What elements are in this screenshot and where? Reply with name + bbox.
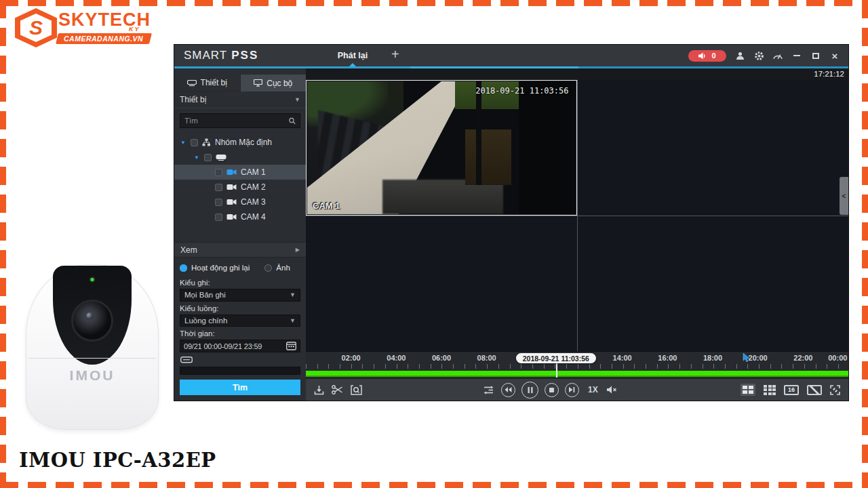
sidebar-tab-local[interactable]: Cục bộ: [240, 75, 307, 92]
skytech-logo: S SKYTECH KY CAMERADANANG.VN: [15, 8, 151, 47]
layout-4-button[interactable]: [741, 384, 755, 396]
download-button[interactable]: [314, 385, 324, 395]
tree-camera-label: CAM 2: [241, 182, 266, 192]
device-type-dropdown[interactable]: Thiết bị ▼: [174, 92, 306, 108]
maximize-button[interactable]: [810, 50, 821, 61]
smart-search-button[interactable]: [351, 385, 362, 395]
minimize-button[interactable]: [791, 50, 802, 61]
scene-crate: [465, 129, 511, 185]
checkbox-cam1[interactable]: [215, 169, 222, 176]
sync-playback-button[interactable]: [484, 386, 494, 394]
timeline-tick-label: 08:00: [477, 354, 496, 362]
record-type-select[interactable]: Mọi Bản ghi ▼: [180, 289, 300, 302]
mouse-cursor-icon: [743, 353, 751, 362]
tree-row-cam1[interactable]: CAM 1: [174, 165, 306, 180]
timeline-recording-bar[interactable]: [306, 371, 848, 377]
add-tab-button[interactable]: +: [391, 47, 399, 62]
panel-collapse-handle[interactable]: <: [840, 177, 848, 215]
device-type-dropdown-value: Thiết bị: [180, 95, 206, 104]
settings-button[interactable]: [753, 50, 764, 61]
fullscreen-button[interactable]: [830, 385, 840, 395]
alarm-button[interactable]: 0: [688, 50, 726, 62]
sidebar-tab-device-label: Thiết bị: [201, 78, 227, 87]
radio-record-activity[interactable]: [180, 264, 187, 272]
camera-led-indicator: [91, 278, 94, 281]
camera-brand-label: IMOU: [26, 367, 159, 384]
step-forward-icon: [569, 387, 575, 392]
user-button[interactable]: [734, 50, 745, 61]
scene-dark-wall: [519, 81, 575, 214]
tree-row-group[interactable]: ▼ Nhóm Mặc định: [174, 135, 306, 150]
mute-button[interactable]: [607, 386, 617, 394]
video-cell-2[interactable]: [578, 80, 849, 216]
layout-9-button[interactable]: [764, 385, 776, 395]
device-tree: ▼ Nhóm Mặc định ▼ CAM 1: [174, 131, 306, 224]
radio-record-activity-label: Hoạt động ghi lại: [191, 264, 250, 272]
timeline-tooltip: 2018-09-21 11:03:56: [516, 353, 596, 363]
tree-row-cam2[interactable]: CAM 2: [174, 180, 306, 195]
time-range-input[interactable]: 09/21 00:00-09/21 23:59: [180, 340, 300, 352]
tree-group-label: Nhóm Mặc định: [215, 138, 272, 147]
scene-pole: [476, 81, 481, 185]
playback-timeline[interactable]: 02:00 04:00 06:00 08:00 14:00 16:00 18:0…: [306, 351, 848, 378]
chevron-down-icon: ▼: [294, 96, 300, 103]
device-filter-row[interactable]: [180, 357, 300, 364]
video-osd-camera-name: CAM 1: [313, 201, 340, 211]
search-button[interactable]: Tìm: [180, 380, 300, 395]
group-tree-icon: [202, 138, 211, 146]
video-stream: 2018-09-21 11:03:56 CAM 1: [307, 81, 576, 214]
view-section-header[interactable]: Xem ▶: [174, 242, 306, 258]
camera-icon-active: [226, 169, 237, 176]
stream-type-select[interactable]: Luồng chính ▼: [180, 314, 300, 327]
search-input[interactable]: [184, 117, 289, 125]
checkbox-cam2[interactable]: [215, 184, 222, 191]
device-icon: [187, 80, 197, 86]
expand-triangle-icon[interactable]: ▼: [180, 140, 186, 146]
frame-border-bottom: [0, 482, 868, 488]
tree-row-cam4[interactable]: CAM 4: [174, 209, 306, 224]
chevron-down-icon: ▼: [290, 317, 296, 324]
checkbox-cam4[interactable]: [215, 214, 222, 221]
radio-picture[interactable]: [264, 264, 272, 272]
speaker-icon: [698, 52, 706, 60]
sidebar: Thiết bị Cục bộ Thiết bị ▼: [174, 68, 306, 401]
pause-button[interactable]: [521, 382, 538, 399]
tree-row-device[interactable]: ▼: [174, 150, 306, 165]
timeline-tick-label: 02:00: [342, 354, 361, 362]
stop-button[interactable]: [545, 383, 559, 397]
sidebar-tab-device[interactable]: Thiết bị: [174, 75, 240, 92]
video-cell-4[interactable]: [578, 216, 849, 351]
tree-row-cam3[interactable]: CAM 3: [174, 195, 306, 209]
frame-border-left: [0, 0, 6, 488]
clip-scissors-button[interactable]: [332, 385, 343, 394]
rewind-button[interactable]: [501, 383, 515, 397]
playback-toolbar: 1X 16: [306, 378, 848, 401]
dashboard-button[interactable]: [772, 50, 783, 61]
tab-playback[interactable]: Phát lại: [322, 51, 383, 60]
monitor-icon: [254, 79, 262, 87]
calendar-icon[interactable]: [286, 342, 296, 350]
next-frame-button[interactable]: [565, 383, 579, 397]
stream-type-value: Luồng chính: [184, 317, 227, 325]
expand-triangle-icon[interactable]: ▼: [193, 155, 200, 161]
dvr-device-icon: [180, 357, 193, 364]
timeline-tick-label: 06:00: [432, 354, 451, 362]
video-osd-timestamp: 2018-09-21 11:03:56: [475, 86, 568, 96]
checkbox-cam3[interactable]: [215, 199, 222, 206]
layout-16-button[interactable]: 16: [784, 385, 799, 395]
record-type-value: Mọi Bản ghi: [184, 291, 226, 299]
tree-camera-label: CAM 1: [241, 167, 266, 177]
minimize-icon: [793, 55, 800, 56]
chevron-right-icon: ▶: [296, 247, 300, 253]
custom-layout-button[interactable]: [807, 385, 822, 395]
checkbox-device[interactable]: [204, 154, 212, 161]
playback-speed[interactable]: 1X: [588, 385, 598, 394]
radio-picture-label: Ảnh: [276, 264, 290, 272]
video-cell-1[interactable]: 2018-09-21 11:03:56 CAM 1: [306, 80, 577, 216]
titlebar: SMARTPSS Phát lại + 0: [174, 45, 848, 66]
checkbox-group[interactable]: [191, 139, 198, 146]
search-icon[interactable]: [289, 117, 296, 125]
video-cell-3[interactable]: [306, 216, 577, 351]
close-button[interactable]: ×: [829, 50, 840, 61]
smartpss-window: SMARTPSS Phát lại + 0: [174, 44, 849, 401]
